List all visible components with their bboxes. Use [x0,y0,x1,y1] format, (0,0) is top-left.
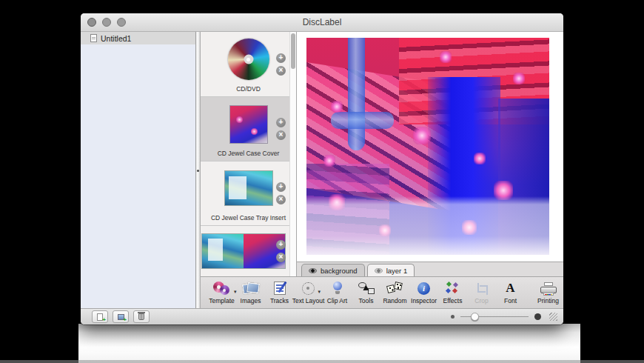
tray-insert-thumbnail[interactable] [224,170,273,206]
template-item-booklet[interactable]: + × [201,226,296,276]
cd-dvd-thumbnail[interactable] [228,39,269,80]
backdrop-strip [0,360,644,363]
tracks-icon [274,282,286,295]
duplicate-design-button[interactable]: + [113,310,129,323]
resize-grip[interactable] [549,313,557,321]
splitter-handle-icon [197,170,199,172]
artwork-fragment [513,73,525,84]
delete-button[interactable] [133,310,150,323]
document-actions: + + [92,310,150,323]
artwork-fragment [229,176,246,199]
window-title: DiscLabel [303,17,342,27]
toolbar-random-button[interactable]: Random [381,281,409,304]
scrollbar-thumb[interactable] [291,33,295,69]
dice-icon [386,282,404,296]
toolbar-template-button[interactable]: ▾ Template [208,281,235,304]
artwork-fade-overlay [306,196,549,255]
chevron-down-icon: ▾ [318,289,321,295]
template-item-tray-insert[interactable]: + × CD Jewel Case Tray Insert [201,161,296,226]
add-template-button[interactable]: + [276,240,286,250]
layer-tab-bar: background layer 1 [297,262,563,276]
status-bar: + + [81,308,563,324]
tab-layer-1[interactable]: layer 1 [367,264,415,276]
toolbar-text-layout-button[interactable]: ▾ Text Layout [295,281,322,304]
template-label: CD Jewel Case Tray Insert [201,214,296,222]
crop-icon [476,283,487,294]
template-icon [213,281,231,296]
artwork-fragment [331,112,394,129]
add-template-button[interactable]: + [276,118,286,127]
title-bar[interactable]: DiscLabel [81,13,563,32]
artwork-fragment [331,101,343,113]
artwork-fragment [413,127,431,144]
remove-template-button[interactable]: × [276,253,286,262]
printer-icon [540,282,557,295]
canvas-artwork[interactable] [306,38,549,255]
document-name: Untitled1 [101,34,131,43]
layer-visibility-eye-icon[interactable] [375,268,383,273]
artwork-fragment [236,116,243,123]
plus-badge-icon: + [102,317,106,323]
template-panel: + × CD/DVD + × C [201,32,297,276]
close-button[interactable] [87,18,96,27]
document-icon [90,34,97,42]
artwork-fragment [474,153,486,164]
toolbar-images-button[interactable]: Images [237,281,264,304]
layer-visibility-eye-icon[interactable] [309,268,317,273]
artwork-fragment [202,234,244,268]
toolbar-clip-art-button[interactable]: Clip Art [323,281,351,304]
toolbar-tools-button[interactable]: Tools [352,281,380,304]
tools-icon [358,282,375,295]
layer-tab-label: layer 1 [386,267,408,275]
toolbar-crop-button: Crop [468,281,495,304]
add-template-button[interactable]: + [276,182,286,192]
artwork-fragment [323,155,335,167]
trash-icon [138,313,144,320]
zoom-in-icon[interactable] [534,313,541,320]
images-icon [242,282,260,295]
effects-icon [446,282,460,295]
toolbar-font-button[interactable]: A Font [497,281,524,304]
zoom-slider[interactable] [460,313,529,321]
toolbar-effects-button[interactable]: Effects [439,281,466,304]
toolbar-tracks-button[interactable]: Tracks [266,281,293,304]
document-list-item[interactable]: Untitled1 [81,32,195,44]
new-document-button[interactable]: + [92,310,108,323]
chevron-down-icon: ▾ [234,289,237,295]
artwork-fragment [208,239,223,261]
remove-template-button[interactable]: × [276,195,286,204]
zoom-out-icon[interactable] [451,315,455,319]
app-window: DiscLabel Untitled1 [81,13,563,324]
document-sidebar: Untitled1 [81,32,196,308]
font-icon: A [506,282,514,295]
toolbar-printing-button[interactable]: Printing [534,281,562,304]
template-item-cd-dvd[interactable]: + × CD/DVD [201,32,296,97]
main-toolbar: ▾ Template Images Tracks ▾ Text Layout [201,276,563,308]
remove-template-button[interactable]: × [276,66,286,76]
artwork-fragment [251,128,258,135]
toolbar-inspector-button[interactable]: i Inspector [410,281,437,304]
zoom-controls [451,309,557,324]
minimize-button[interactable] [102,18,111,27]
slider-thumb[interactable] [471,313,479,321]
artwork-fragment [348,38,365,150]
template-scrollbar[interactable] [289,32,296,276]
window-shadow-glow [78,324,580,363]
artwork-fragment [440,51,452,63]
booklet-thumbnail[interactable] [201,233,286,269]
disc-hole-icon [244,55,253,64]
jewel-case-cover-thumbnail[interactable] [229,105,268,144]
add-template-button[interactable]: + [276,53,286,63]
layer-tab-label: background [321,267,358,275]
plus-badge-icon: + [123,317,127,323]
template-item-jewel-case-cover[interactable]: + × CD Jewel Case Cover [201,97,296,161]
zoom-button[interactable] [117,18,126,27]
template-label: CD Jewel Case Cover [201,150,296,157]
remove-template-button[interactable]: × [276,130,286,140]
template-label: CD/DVD [201,85,296,93]
tab-background-layer[interactable]: background [301,264,365,276]
text-layout-icon [302,282,315,295]
design-canvas[interactable] [297,32,563,262]
info-icon: i [417,282,430,295]
clip-art-lightbulb-icon [332,282,343,296]
